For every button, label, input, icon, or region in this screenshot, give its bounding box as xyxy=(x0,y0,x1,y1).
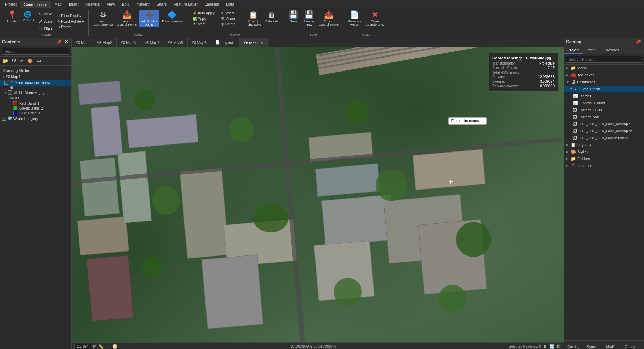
sync-icon[interactable]: 🔄 xyxy=(549,344,555,349)
save-button[interactable]: 💾 Save xyxy=(287,10,301,24)
apply-button[interactable]: ✅ Apply xyxy=(191,16,216,21)
catalog-pin-icon[interactable]: 📌 xyxy=(635,39,642,45)
tab-feature-layer[interactable]: Feature Layer xyxy=(170,1,201,7)
tab-georeference[interactable]: Georeference xyxy=(20,1,51,8)
catalog-item-extract-lc081[interactable]: 🖼 Extract_LC081 xyxy=(564,106,644,113)
transformation-button[interactable]: 🔷 Transformation xyxy=(160,10,184,24)
info-row-2: Controls: Points: 7 / 7 xyxy=(492,66,555,70)
bottom-tab-catalog[interactable]: Catalog xyxy=(564,343,583,349)
pan-icon[interactable]: ↔ xyxy=(106,344,110,349)
catalog-item-layouts[interactable]: ▶ 📋 Layouts xyxy=(564,141,644,148)
checkbox-control[interactable] xyxy=(4,81,8,85)
tab-map6[interactable]: 🗺 Map6 xyxy=(188,38,211,47)
catalog-item-locators[interactable]: ▶ 📍 Locators xyxy=(564,162,644,169)
edit-icon[interactable]: ✏ xyxy=(19,58,25,64)
reset-button[interactable]: ↺ Reset xyxy=(191,22,216,27)
auto-apply-button[interactable]: ⚡ Auto Apply xyxy=(191,10,216,16)
bottom-tab-georp[interactable]: Georp... xyxy=(621,343,641,349)
contents-close-icon[interactable]: ✕ xyxy=(64,39,69,45)
tab-view[interactable]: View xyxy=(103,1,118,7)
item-label: Maps xyxy=(577,66,587,70)
fit-to-button[interactable]: ⊡ Fit to Display xyxy=(56,13,85,18)
bottom-tab-modif[interactable]: Modif... xyxy=(602,343,621,349)
generate-report-button[interactable]: 📄 GenerateReport xyxy=(347,10,363,27)
grid-icon[interactable]: ⊞ xyxy=(93,344,96,349)
catalog-item-styles[interactable]: ▶ 🎨 Styles xyxy=(564,148,644,155)
search-bar xyxy=(0,46,71,57)
bottom-tab-symb[interactable]: Symb... xyxy=(583,343,602,349)
catalog-item-databases[interactable]: ▼ 🗄 Databases xyxy=(564,79,644,86)
tab-share[interactable]: Share xyxy=(153,1,170,7)
map7-close-icon[interactable]: ✕ xyxy=(260,41,263,45)
export-control-points-button[interactable]: 📤 ExportControl Points xyxy=(317,10,340,27)
tab-labeling[interactable]: Labeling xyxy=(201,1,223,7)
layer-control-points[interactable]: 📍 Контрольные точки xyxy=(0,80,71,86)
catalog-item-lc08-comp2[interactable]: 🖼 LC08_L1TP_1790_Comp_Resample2 xyxy=(564,127,644,134)
catalog-item-toolboxes[interactable]: ▶ 🧰 Toolboxes xyxy=(564,72,644,79)
catalog-item-default-gdb[interactable]: ▼ 🗃 Default.gdb xyxy=(564,86,644,92)
tab-map4[interactable]: 🗺 Map4 xyxy=(140,38,164,47)
tab-map[interactable]: 🗺 Map xyxy=(72,38,93,47)
tab-analysis[interactable]: Analysis xyxy=(82,1,103,7)
thumbnail-icon[interactable]: 🖼 xyxy=(557,344,561,349)
tab-map3[interactable]: 🗺 Map3 xyxy=(117,38,140,47)
nav-icon[interactable]: 🧭 xyxy=(112,344,117,349)
tab-edit[interactable]: Edit xyxy=(118,1,132,7)
bottom-tab-creat[interactable]: Creat... xyxy=(641,343,644,349)
fixed-rotate-button[interactable]: ↻ Fixed Rotate ▾ xyxy=(56,19,85,24)
flip-button[interactable]: ↔Flip ▾ xyxy=(37,25,55,32)
delete-all-button[interactable]: 🗑 Delete All xyxy=(264,10,280,24)
symbology-icon[interactable]: 🎨 xyxy=(26,58,34,64)
locate-button[interactable]: 📍 Locate xyxy=(5,10,19,32)
close-georeference-button[interactable]: ✖ CloseGeoreference xyxy=(364,10,386,27)
checkbox-world[interactable] xyxy=(2,117,6,121)
tab-map5[interactable]: 🗺 Map5 xyxy=(164,38,188,47)
tab-map[interactable]: Map xyxy=(51,1,65,7)
catalog-item-maps[interactable]: ▶ 📁 Maps xyxy=(564,65,644,72)
import-control-points-button[interactable]: 📥 ImportControl Points xyxy=(116,10,138,27)
tab-layout1[interactable]: 📄 Layout1 xyxy=(211,38,240,47)
layer-monino[interactable]: ▼ 🖼 113Монино.jpg xyxy=(0,90,71,95)
pause-icon[interactable]: ⏸ xyxy=(543,344,547,349)
label-icon[interactable]: 🏷 xyxy=(35,58,42,64)
layer-world-imagery[interactable]: 🌍 World Imagery xyxy=(0,116,71,121)
catalog-item-border[interactable]: 📊 Border xyxy=(564,92,644,99)
catalog-item-lc08-composite[interactable]: 🖼 LC08_L1TP_1790_CompositeBand xyxy=(564,134,644,141)
save-as-new-button[interactable]: 💾 Save asNew xyxy=(302,10,316,27)
control-point-table-button[interactable]: 📋 ControlPoint Table xyxy=(244,10,262,27)
zoom-to-button[interactable]: 🔍 Zoom To xyxy=(219,16,241,21)
tab-map7[interactable]: 🗺 Map7 ✕ xyxy=(240,38,268,47)
scale-icon[interactable]: 📏 xyxy=(99,344,104,349)
add-layer-icon[interactable]: 📂 xyxy=(1,58,10,64)
set-srs-button[interactable]: 🌐 Set SRS xyxy=(20,10,35,32)
tab-insert[interactable]: Insert xyxy=(65,1,82,7)
layer-map7[interactable]: ▼ 🗺 Map7 xyxy=(0,74,71,80)
catalog-item-lc08-comp1[interactable]: 🖼 LC08_L1TP_1790_Comp_Resample xyxy=(564,120,644,127)
tab-imagery[interactable]: Imagery xyxy=(132,1,153,7)
catalog-search-input[interactable] xyxy=(566,56,642,63)
catalog-tab-project[interactable]: Project xyxy=(564,46,583,54)
move-button[interactable]: ↖Move xyxy=(37,10,55,17)
catalog-tab-favorites[interactable]: Favorites xyxy=(600,46,623,54)
select-button[interactable]: ↖ Select xyxy=(219,10,241,16)
rotate-button[interactable]: ↺ Rotate xyxy=(56,24,85,30)
tab-map2[interactable]: 🗺 Map2 xyxy=(93,38,117,47)
more-icon[interactable]: ··· xyxy=(43,58,50,64)
add-control-points-button[interactable]: ➕ Add ControlPoints xyxy=(139,10,159,27)
catalog-item-folders[interactable]: ▶ 📁 Folders xyxy=(564,155,644,162)
contents-pin-icon[interactable]: 📌 xyxy=(56,39,63,45)
scale-button[interactable]: ⤢Scale xyxy=(37,18,55,25)
basemap-icon[interactable]: 🗺 xyxy=(10,58,18,64)
delete-button[interactable]: 🗑 Delete xyxy=(219,22,241,27)
ribbon-tab-bar: Project Georeference Map Insert Analysis… xyxy=(0,0,644,8)
map-viewport[interactable]: Georeferencing: 113Монино.jpg Transforma… xyxy=(72,47,564,342)
catalog-item-control-points[interactable]: 📊 Control_Points xyxy=(564,99,644,106)
tab-project[interactable]: Project xyxy=(1,1,20,7)
catalog-item-extract-pan[interactable]: 🖼 Extract_pan xyxy=(564,113,644,120)
tab-data[interactable]: Data xyxy=(223,1,238,7)
checkbox-monino[interactable] xyxy=(8,90,12,95)
search-input[interactable] xyxy=(2,48,69,55)
scale-value[interactable]: 1:2 894 xyxy=(74,344,91,349)
catalog-tab-portal[interactable]: Portal xyxy=(583,46,600,54)
auto-georeference-button[interactable]: ⚙ AutoGeoreference xyxy=(92,10,114,27)
